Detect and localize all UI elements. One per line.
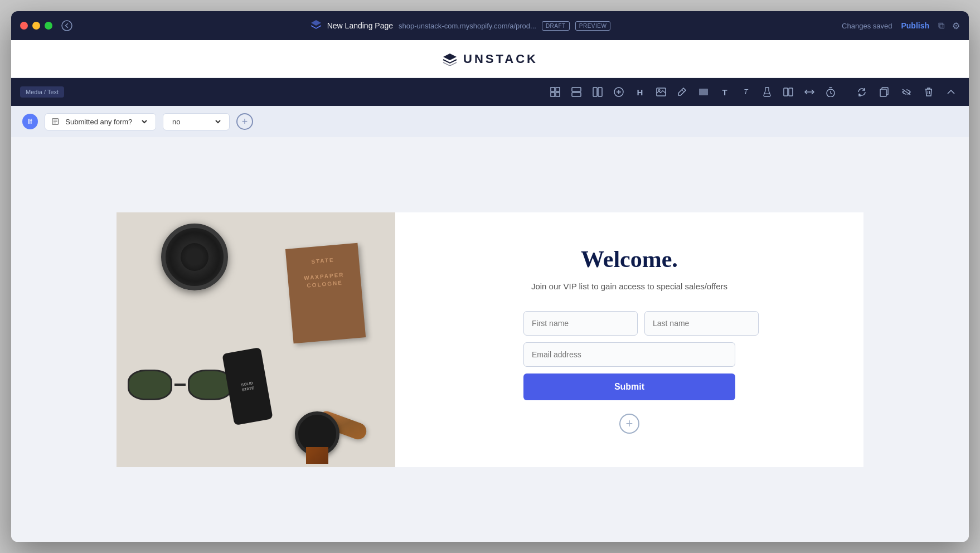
minimize-button[interactable] [32, 22, 40, 30]
columns-button[interactable] [589, 83, 607, 101]
form-icon [52, 118, 59, 125]
welcome-title: Welcome. [581, 246, 678, 273]
product-image: STATEWAXPAPERCOLOGNE SOLIDSTATE [117, 212, 395, 467]
app-logo: UNSTACK [442, 52, 538, 66]
email-input[interactable] [523, 342, 735, 367]
preview-badge[interactable]: PREVIEW [575, 21, 611, 31]
image-icon [656, 88, 666, 96]
titlebar-actions: ⧉ ⚙ [938, 21, 960, 31]
svg-rect-4 [556, 93, 560, 96]
traffic-lights [20, 22, 52, 30]
name-fields-row [523, 311, 735, 336]
maximize-button[interactable] [45, 22, 52, 30]
titlebar-center: New Landing Page shop-unstack-com.myshop… [79, 20, 842, 32]
paint-button[interactable] [673, 83, 691, 101]
svg-rect-8 [598, 88, 602, 96]
timer-icon [826, 87, 835, 97]
svg-rect-14 [789, 88, 793, 96]
condition-dropdown[interactable]: Submitted any form? [63, 117, 149, 127]
welcome-subtitle: Join our VIP list to gain access to spec… [531, 282, 727, 291]
svg-rect-6 [572, 93, 581, 96]
logo-bar: UNSTACK [11, 40, 969, 78]
lens-left [128, 370, 172, 400]
if-badge: If [22, 114, 38, 129]
back-icon [61, 20, 72, 31]
flask-button[interactable] [758, 83, 776, 101]
text-button[interactable]: T [716, 83, 734, 101]
watch-strap [306, 447, 328, 464]
svg-rect-1 [551, 88, 555, 91]
svg-rect-12 [699, 89, 708, 95]
arrows-button[interactable] [801, 83, 818, 101]
condition-bar: If Submitted any form? no yes + [11, 106, 969, 137]
back-button[interactable] [61, 20, 72, 31]
content-area: STATEWAXPAPERCOLOGNE SOLIDSTATE [11, 137, 969, 542]
toolbar-right-icons [853, 83, 960, 101]
hide-button[interactable] [897, 83, 915, 101]
condition-value-select[interactable]: no yes [163, 113, 230, 130]
image-button[interactable] [652, 83, 670, 101]
svg-rect-16 [880, 89, 886, 96]
copy-page-icon[interactable]: ⧉ [938, 21, 944, 31]
camera-lens [161, 224, 228, 290]
product-book: STATEWAXPAPERCOLOGNE [285, 242, 366, 343]
heading-button[interactable]: H [631, 83, 649, 101]
submit-button[interactable]: Submit [523, 373, 735, 400]
collapse-button[interactable] [942, 83, 960, 101]
refresh-button[interactable] [853, 83, 871, 101]
banner-button[interactable] [695, 83, 712, 101]
svg-rect-5 [572, 88, 581, 91]
plus-icon [614, 87, 624, 97]
sections-icon [571, 87, 581, 97]
product-phone: SOLIDSTATE [222, 347, 273, 425]
svg-rect-7 [593, 88, 597, 96]
eye-off-icon [901, 88, 911, 96]
add-condition-button[interactable]: + [236, 113, 253, 130]
last-name-input[interactable] [644, 311, 759, 336]
grid-icon [550, 87, 560, 97]
banner-icon [698, 88, 709, 96]
layers-icon [311, 20, 322, 30]
section-type-tag: Media / Text [20, 86, 64, 98]
cards-button[interactable] [779, 83, 797, 101]
section-toolbar: Media / Text [11, 78, 969, 106]
form-side: Welcome. Join our VIP list to gain acces… [395, 212, 863, 467]
logo-text: UNSTACK [463, 52, 538, 66]
sunglasses [128, 370, 232, 400]
condition-value-dropdown[interactable]: no yes [170, 117, 222, 127]
delete-button[interactable] [920, 83, 938, 101]
product-phone-text: SOLIDSTATE [241, 380, 255, 392]
product-book-text: STATEWAXPAPERCOLOGNE [302, 255, 345, 290]
logo-icon [442, 52, 458, 66]
duplicate-button[interactable] [875, 83, 893, 101]
titlebar: New Landing Page shop-unstack-com.myshop… [11, 11, 969, 40]
add-element-button[interactable] [610, 83, 628, 101]
main-content: UNSTACK Media / Text [11, 40, 969, 542]
arrows-icon [804, 89, 814, 95]
draft-badge: DRAFT [542, 21, 570, 31]
media-side: STATEWAXPAPERCOLOGNE SOLIDSTATE [117, 212, 395, 467]
close-button[interactable] [20, 22, 28, 30]
form-condition-select[interactable]: Submitted any form? [45, 113, 156, 130]
add-block-button[interactable]: + [619, 414, 639, 434]
svg-point-0 [62, 21, 72, 31]
save-status: Changes saved [842, 22, 892, 30]
timer-button[interactable] [822, 83, 840, 101]
first-name-input[interactable] [523, 311, 638, 336]
page-url: shop-unstack-com.myshopify.com/a/prod... [399, 22, 536, 30]
publish-button[interactable]: Publish [901, 21, 929, 30]
add-block-icon: + [626, 418, 633, 430]
sections-button[interactable] [567, 83, 585, 101]
refresh-icon [857, 87, 867, 97]
cards-icon [783, 88, 793, 96]
text2-button[interactable]: T [737, 83, 755, 101]
settings-icon[interactable]: ⚙ [952, 21, 960, 31]
paint-icon [678, 87, 687, 97]
trash-icon [925, 87, 933, 97]
duplicate-icon [880, 87, 889, 97]
grid-view-button[interactable] [546, 83, 564, 101]
toolbar-icons: H [546, 83, 840, 101]
svg-rect-2 [556, 88, 560, 91]
lens-bridge [174, 384, 186, 386]
svg-point-11 [658, 90, 660, 91]
